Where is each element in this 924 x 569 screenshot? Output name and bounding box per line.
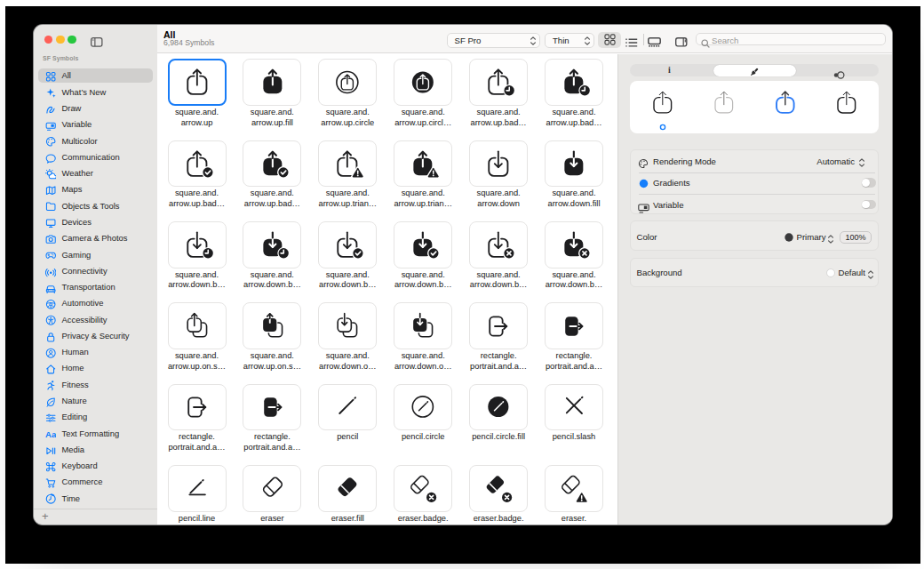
svg-text:Aa: Aa: [45, 429, 56, 439]
